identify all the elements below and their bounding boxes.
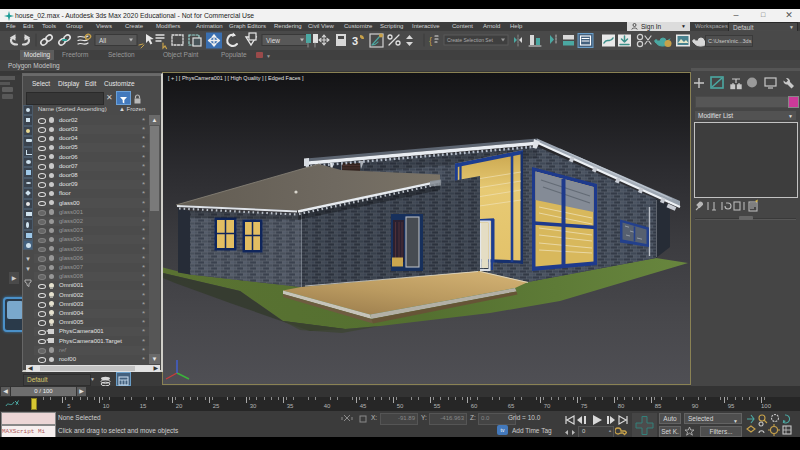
svg-text:All: All	[99, 37, 107, 44]
svg-text:View: View	[266, 37, 280, 44]
svg-text:{: {	[429, 36, 432, 46]
svg-text:Create Selection Set: Create Selection Set	[447, 37, 493, 43]
svg-text:3: 3	[352, 35, 358, 47]
